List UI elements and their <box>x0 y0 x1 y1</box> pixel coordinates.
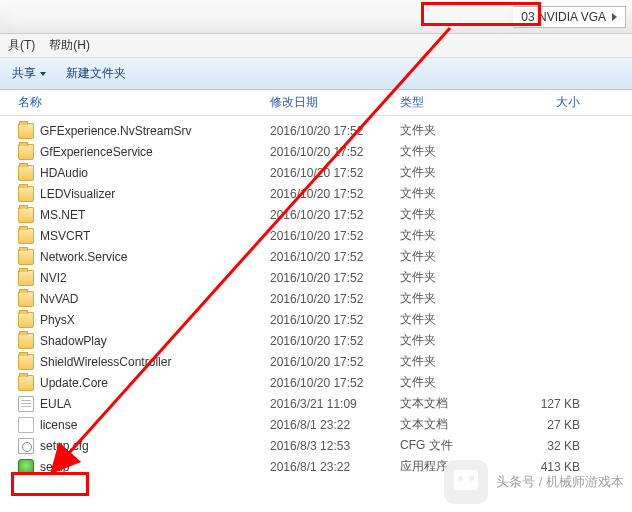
file-row[interactable]: EULA2016/3/21 11:09文本文档127 KB <box>0 393 632 414</box>
file-date: 2016/10/20 17:52 <box>270 334 400 348</box>
address-bar: 03 NVIDIA VGA <box>0 0 632 34</box>
folder-icon <box>18 312 34 328</box>
file-row[interactable]: MS.NET2016/10/20 17:52文件夹 <box>0 204 632 225</box>
toolbar-share[interactable]: 共享 <box>12 65 46 82</box>
file-date: 2016/10/20 17:52 <box>270 355 400 369</box>
file-row[interactable]: Update.Core2016/10/20 17:52文件夹 <box>0 372 632 393</box>
file-row[interactable]: license2016/8/1 23:22文本文档27 KB <box>0 414 632 435</box>
file-date: 2016/3/21 11:09 <box>270 397 400 411</box>
file-row[interactable]: MSVCRT2016/10/20 17:52文件夹 <box>0 225 632 246</box>
file-name: NVI2 <box>40 271 67 285</box>
file-size: 127 KB <box>500 397 600 411</box>
file-type: 文本文档 <box>400 416 500 433</box>
file-date: 2016/10/20 17:52 <box>270 124 400 138</box>
file-type: 文件夹 <box>400 290 500 307</box>
toolbar-share-label: 共享 <box>12 65 36 82</box>
file-name: setup <box>40 460 69 474</box>
folder-icon <box>18 207 34 223</box>
file-name: GFExperience.NvStreamSrv <box>40 124 191 138</box>
file-type: 文件夹 <box>400 122 500 139</box>
column-name[interactable]: 名称 <box>0 94 270 111</box>
breadcrumb-current-label: 03 NVIDIA VGA <box>521 10 606 24</box>
toolbar-new-folder[interactable]: 新建文件夹 <box>66 65 126 82</box>
file-type: 文件夹 <box>400 248 500 265</box>
file-type: 文本文档 <box>400 395 500 412</box>
file-row[interactable]: NVI22016/10/20 17:52文件夹 <box>0 267 632 288</box>
file-name: Update.Core <box>40 376 108 390</box>
toolbar: 共享 新建文件夹 <box>0 58 632 90</box>
file-row[interactable]: GfExperienceService2016/10/20 17:52文件夹 <box>0 141 632 162</box>
folder-icon <box>18 270 34 286</box>
file-name: Network.Service <box>40 250 127 264</box>
file-type: CFG 文件 <box>400 437 500 454</box>
cfg-icon <box>18 438 34 454</box>
file-type: 文件夹 <box>400 353 500 370</box>
file-name: ShieldWirelessController <box>40 355 171 369</box>
folder-icon <box>18 186 34 202</box>
blank-icon <box>18 417 34 433</box>
file-type: 文件夹 <box>400 185 500 202</box>
file-date: 2016/10/20 17:52 <box>270 250 400 264</box>
file-date: 2016/8/3 12:53 <box>270 439 400 453</box>
file-row[interactable]: ShieldWirelessController2016/10/20 17:52… <box>0 351 632 372</box>
folder-icon <box>18 375 34 391</box>
file-row[interactable]: setup.cfg2016/8/3 12:53CFG 文件32 KB <box>0 435 632 456</box>
file-date: 2016/10/20 17:52 <box>270 145 400 159</box>
file-size: 27 KB <box>500 418 600 432</box>
file-name: NvVAD <box>40 292 78 306</box>
column-size[interactable]: 大小 <box>500 94 600 111</box>
file-list-area: 名称 修改日期 类型 大小 GFExperience.NvStreamSrv20… <box>0 90 632 512</box>
file-row[interactable]: Network.Service2016/10/20 17:52文件夹 <box>0 246 632 267</box>
file-date: 2016/10/20 17:52 <box>270 229 400 243</box>
file-date: 2016/10/20 17:52 <box>270 292 400 306</box>
file-name: ShadowPlay <box>40 334 107 348</box>
menu-tools[interactable]: 具(T) <box>8 37 35 54</box>
file-type: 文件夹 <box>400 227 500 244</box>
folder-icon <box>18 144 34 160</box>
chevron-right-icon <box>612 13 617 21</box>
file-row[interactable]: GFExperience.NvStreamSrv2016/10/20 17:52… <box>0 120 632 141</box>
file-row[interactable]: LEDVisualizer2016/10/20 17:52文件夹 <box>0 183 632 204</box>
file-type: 文件夹 <box>400 332 500 349</box>
column-date[interactable]: 修改日期 <box>270 94 400 111</box>
file-date: 2016/10/20 17:52 <box>270 208 400 222</box>
file-row[interactable]: PhysX2016/10/20 17:52文件夹 <box>0 309 632 330</box>
toolbar-new-folder-label: 新建文件夹 <box>66 65 126 82</box>
file-type: 文件夹 <box>400 206 500 223</box>
file-type: 文件夹 <box>400 374 500 391</box>
folder-icon <box>18 354 34 370</box>
breadcrumb-path-blurred[interactable] <box>6 6 513 28</box>
file-row[interactable]: HDAudio2016/10/20 17:52文件夹 <box>0 162 632 183</box>
setup-icon <box>18 459 34 475</box>
breadcrumb-current[interactable]: 03 NVIDIA VGA <box>513 6 626 28</box>
file-size: 32 KB <box>500 439 600 453</box>
file-row[interactable]: ShadowPlay2016/10/20 17:52文件夹 <box>0 330 632 351</box>
file-date: 2016/8/1 23:22 <box>270 460 400 474</box>
file-name: HDAudio <box>40 166 88 180</box>
file-name: license <box>40 418 77 432</box>
file-type: 文件夹 <box>400 164 500 181</box>
file-name: PhysX <box>40 313 75 327</box>
folder-icon <box>18 123 34 139</box>
menu-help[interactable]: 帮助(H) <box>49 37 90 54</box>
file-date: 2016/10/20 17:52 <box>270 166 400 180</box>
column-type[interactable]: 类型 <box>400 94 500 111</box>
folder-icon <box>18 333 34 349</box>
file-name: EULA <box>40 397 71 411</box>
file-date: 2016/10/20 17:52 <box>270 187 400 201</box>
file-name: setup.cfg <box>40 439 89 453</box>
folder-icon <box>18 249 34 265</box>
file-name: LEDVisualizer <box>40 187 115 201</box>
file-row[interactable]: NvVAD2016/10/20 17:52文件夹 <box>0 288 632 309</box>
file-name: MSVCRT <box>40 229 90 243</box>
menu-bar: 具(T) 帮助(H) <box>0 34 632 58</box>
file-date: 2016/10/20 17:52 <box>270 271 400 285</box>
watermark-icon <box>444 460 488 504</box>
folder-icon <box>18 291 34 307</box>
watermark-text: 头条号 / 机械师游戏本 <box>496 473 624 491</box>
watermark: 头条号 / 机械师游戏本 <box>444 460 624 504</box>
file-type: 文件夹 <box>400 143 500 160</box>
folder-icon <box>18 165 34 181</box>
txt-icon <box>18 396 34 412</box>
file-list: GFExperience.NvStreamSrv2016/10/20 17:52… <box>0 116 632 477</box>
